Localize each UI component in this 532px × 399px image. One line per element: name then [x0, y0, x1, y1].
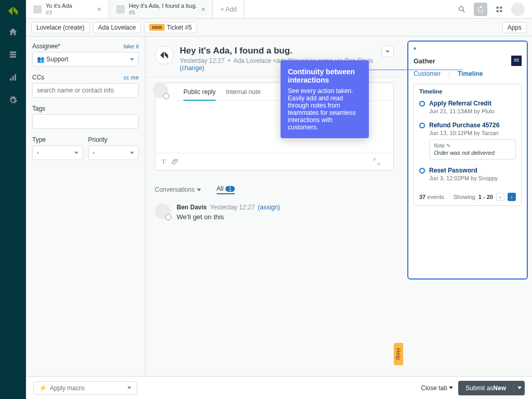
timeline-event-title: Refund Purchase 45726 — [429, 122, 516, 129]
chevron-down-icon — [130, 152, 134, 154]
topbar: Yo it's Ada #3 × Hey it's Ada, I found a… — [26, 0, 532, 19]
ticket-footer: ⚡ Apply macro Close tab Submit as New — [26, 376, 532, 399]
timeline-item: Refund Purchase 45726 Jun 13, 10:12PM by… — [419, 122, 516, 159]
zendesk-logo-icon[interactable] — [7, 5, 19, 17]
home-icon[interactable] — [7, 26, 19, 37]
tab-ticket-3[interactable]: Yo it's Ada #3 × — [26, 0, 109, 18]
callout-title: Continuity between interactions — [288, 68, 362, 84]
filter-all[interactable]: All 1 — [217, 185, 235, 194]
org-link[interactable]: Lovelace (create) — [31, 22, 90, 33]
timeline-event-title: Apply Referral Credit — [429, 100, 495, 107]
pager-next[interactable]: › — [508, 193, 516, 201]
svg-point-0 — [459, 6, 463, 10]
user-link[interactable]: Ada Lovelace — [93, 22, 141, 33]
timeline-event-meta: Jun 21, 11:13AM by Pluto — [429, 108, 495, 114]
timeline-callout: Continuity between interactions See ever… — [281, 60, 369, 138]
tab-subtitle: #5 — [129, 9, 197, 16]
apps-grid-icon[interactable] — [493, 3, 506, 16]
apply-macro-select[interactable]: ⚡ Apply macro — [33, 381, 137, 395]
ticket-sidebar: Assignee* take it 👥 Support CCs cc me — [26, 36, 145, 376]
help-button[interactable]: Help — [394, 343, 403, 365]
assignee-label: Assignee* — [32, 43, 60, 50]
conversations-filter[interactable]: Conversations — [155, 186, 201, 193]
breadcrumb: Lovelace (create) Ada Lovelace new Ticke… — [26, 19, 532, 36]
svg-rect-7 — [514, 59, 519, 60]
gather-app: ▾ Gather Customer Timeline Timel — [407, 41, 528, 280]
type-select[interactable]: - — [32, 145, 83, 160]
timeline-event-meta: Jun 3, 12:02PM by Snoppy — [429, 175, 498, 181]
message-author: Ben Davis — [177, 204, 207, 211]
callout-body: See every action taken. Easily add and r… — [288, 87, 362, 131]
refresh-icon[interactable] — [474, 3, 487, 16]
ccs-label: CCs — [32, 74, 44, 81]
timeline-item: Reset Password Jun 3, 12:02PM by Snoppy — [419, 167, 516, 181]
views-icon[interactable] — [7, 49, 19, 60]
edit-icon[interactable]: ✎ — [446, 143, 450, 149]
apps-toggle[interactable]: Apps — [502, 22, 527, 33]
bolt-icon: ⚡ — [39, 384, 47, 392]
gather-logo-icon — [511, 56, 522, 66]
chevron-down-icon — [517, 387, 522, 389]
priority-select[interactable]: - — [88, 145, 139, 160]
close-tab-button[interactable]: Close tab — [421, 384, 453, 392]
count-badge: 1 — [225, 186, 235, 192]
reporting-icon[interactable] — [7, 72, 19, 83]
collapse-icon[interactable]: ▾ — [414, 46, 416, 51]
ticket-crumb[interactable]: new Ticket #5 — [144, 22, 197, 33]
timeline-heading: Timeline — [419, 88, 516, 95]
tags-input[interactable] — [32, 114, 139, 129]
chevron-down-icon — [130, 58, 134, 61]
apps-panel: ▾ Gather Customer Timeline Timel — [403, 36, 532, 376]
svg-rect-3 — [500, 6, 502, 8]
timeline-item: Apply Referral Credit Jun 21, 11:13AM by… — [419, 100, 516, 114]
assign-link[interactable]: (assign) — [258, 204, 280, 211]
chevron-down-icon — [385, 50, 390, 53]
ticket-actions-menu[interactable] — [381, 46, 394, 57]
gather-tab-customer[interactable]: Customer — [414, 70, 441, 79]
svg-rect-4 — [497, 10, 499, 12]
type-label: Type — [32, 136, 46, 143]
ticket-icon — [33, 5, 42, 14]
ticket-title: Hey it's Ada, I found a bug. — [180, 46, 375, 56]
agent-badge-icon — [163, 93, 169, 99]
events-pager: 37 events Showing 1 - 20 ‹ › — [419, 189, 516, 201]
requester-avatar — [155, 46, 174, 64]
change-requester-link[interactable]: (change) — [180, 64, 204, 72]
tab-ticket-5[interactable]: Hey it's Ada, I found a bug. #5 × — [109, 0, 213, 18]
pager-prev[interactable]: ‹ — [496, 193, 504, 201]
gather-tab-timeline[interactable]: Timeline — [458, 70, 483, 79]
close-icon[interactable]: × — [97, 5, 101, 14]
gather-title: Gather — [414, 57, 435, 65]
tab-public-reply[interactable]: Public reply — [183, 88, 216, 101]
svg-rect-5 — [500, 10, 502, 12]
submit-status-menu[interactable] — [513, 381, 525, 395]
author-avatar — [155, 204, 170, 219]
profile-avatar[interactable] — [511, 3, 525, 16]
search-icon[interactable] — [455, 3, 469, 16]
tab-internal-note[interactable]: Internal note — [226, 88, 261, 100]
cc-me-link[interactable]: cc me — [124, 74, 139, 81]
timeline-event-meta: Jun 13, 10:12PM by Tarzan — [429, 130, 516, 136]
message-body: We'll get on this — [177, 213, 280, 221]
expand-icon[interactable] — [373, 157, 381, 166]
message-time: Yesterday 12:27 — [210, 204, 255, 211]
agent-badge-icon — [165, 214, 171, 220]
take-it-link[interactable]: take it — [124, 43, 139, 49]
submit-button[interactable]: Submit as New — [458, 381, 513, 395]
svg-rect-2 — [497, 6, 499, 8]
admin-gear-icon[interactable] — [7, 95, 19, 106]
attachment-icon[interactable] — [172, 158, 179, 165]
add-tab-button[interactable]: + Add — [213, 0, 244, 18]
svg-rect-8 — [514, 60, 519, 62]
timeline-dot-icon — [419, 101, 425, 107]
svg-line-1 — [463, 10, 464, 12]
ccs-input[interactable] — [32, 83, 139, 98]
close-icon[interactable]: × — [201, 5, 205, 14]
assignee-select[interactable]: 👥 Support — [32, 52, 139, 66]
text-format-icon[interactable]: T — [162, 157, 166, 166]
message-item: Ben Davis Yesterday 12:27 (assign) We'll… — [145, 200, 403, 225]
tab-subtitle: #3 — [46, 9, 93, 16]
tags-label: Tags — [32, 105, 45, 112]
chevron-down-icon — [74, 152, 78, 154]
status-badge: new — [149, 24, 164, 31]
